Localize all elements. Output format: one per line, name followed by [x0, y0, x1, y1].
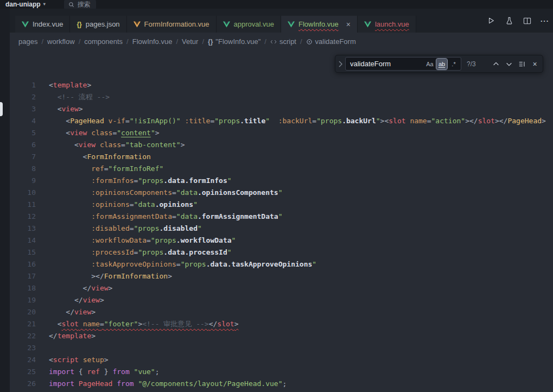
- code-line[interactable]: 17 ></FormInformation>: [10, 270, 553, 282]
- code-line[interactable]: 22</template>: [10, 330, 553, 342]
- code-token: :opinionsComponents: [91, 188, 172, 197]
- code-line-content[interactable]: :opinions="data.opinions": [49, 199, 198, 211]
- breadcrumb-item-script[interactable]: script: [270, 37, 296, 46]
- code-line-content[interactable]: ref="formInfoRef": [49, 163, 163, 175]
- code-line[interactable]: 15 :processId="props.data.processId": [10, 246, 553, 258]
- code-line-content[interactable]: </view>: [49, 282, 112, 294]
- find-results-count: ?/3: [467, 58, 481, 70]
- code-line-content[interactable]: <PageHead v-if="!isInApp()" :title="prop…: [49, 115, 546, 127]
- breadcrumb-item-validateform[interactable]: validateForm: [306, 37, 356, 46]
- code-line[interactable]: 21 <slot name="footer"><!-- 审批意见 --></sl…: [10, 318, 553, 330]
- code-line-content[interactable]: :opinionsComponents="data.opinionsCompon…: [49, 187, 283, 199]
- code-line-content[interactable]: :disabled="props.disabled": [49, 223, 202, 235]
- code-line-content[interactable]: <template>: [49, 79, 91, 91]
- code-line[interactable]: 8 ref="formInfoRef": [10, 163, 553, 175]
- whole-word-toggle[interactable]: ab: [436, 59, 447, 69]
- find-in-selection-button[interactable]: [516, 58, 527, 69]
- code-line[interactable]: 18 </view>: [10, 282, 553, 294]
- code-line[interactable]: 5 <view class="content">: [10, 127, 553, 139]
- find-input-box[interactable]: Aaab.*: [345, 57, 461, 71]
- tab-flowinfo-vue[interactable]: FlowInfo.vue×: [281, 16, 358, 33]
- find-input[interactable]: [350, 60, 423, 68]
- find-previous-button[interactable]: [490, 58, 501, 69]
- find-close-button[interactable]: ×: [529, 58, 541, 69]
- code-line[interactable]: 26import PageHead from "@/components/lay…: [10, 378, 553, 390]
- code-line-content[interactable]: <view>: [49, 103, 83, 115]
- breadcrumb-item-pages[interactable]: pages: [18, 37, 37, 46]
- code-line[interactable]: 10 :opinionsComponents="data.opinionsCom…: [10, 187, 553, 199]
- project-menu[interactable]: dan-uniapp ▾: [5, 1, 46, 8]
- split-editor-button[interactable]: [522, 16, 532, 26]
- code-line[interactable]: 1<template>: [10, 79, 553, 91]
- code-line[interactable]: 25import { ref } from "vue";: [10, 366, 553, 378]
- code-line-content[interactable]: </view>: [49, 294, 104, 306]
- code-line[interactable]: 24<script setup>: [10, 354, 553, 366]
- tab-index-vue[interactable]: Index.vue: [15, 16, 70, 33]
- breadcrumb-item-flowinfo-vue[interactable]: FlowInfo.vue: [132, 37, 173, 46]
- breadcrumb-item--flowinfo-vue-[interactable]: {}"FlowInfo.vue": [208, 37, 260, 46]
- editor-window: dan-uniapp ▾ 搜索 Index.vue{}pages.jsonFor…: [0, 0, 553, 392]
- code-line-content[interactable]: <FormInformation: [49, 151, 151, 163]
- tab-pages-json[interactable]: {}pages.json: [70, 16, 126, 33]
- code-token: "data: [134, 200, 155, 208]
- activity-bar[interactable]: [0, 9, 10, 392]
- code-token: >: [87, 81, 91, 89]
- code-line-content[interactable]: ></FormInformation>: [49, 270, 172, 282]
- code-token: template: [58, 332, 92, 340]
- code-token: PageHead: [70, 117, 104, 125]
- code-token: "formInfoRef": [109, 165, 164, 173]
- code-line[interactable]: 2 <!-- 流程 -->: [10, 91, 553, 103]
- breadcrumb-item-workflow[interactable]: workflow: [47, 37, 75, 46]
- code-line-content[interactable]: <view class="content">: [49, 127, 160, 139]
- code-line-content[interactable]: <view class="tab-content">: [49, 139, 185, 151]
- code-line[interactable]: 12 :formAssignmentData="data.formAssignm…: [10, 211, 553, 223]
- code-line[interactable]: 23: [10, 342, 553, 354]
- tab-approval-vue[interactable]: approval.vue: [217, 16, 281, 33]
- beaker-button[interactable]: [504, 16, 514, 26]
- code-line[interactable]: 7 <FormInformation: [10, 151, 553, 163]
- close-tab-icon[interactable]: ×: [346, 21, 351, 28]
- code-line-content[interactable]: :formAssignmentData="data.formAssignment…: [49, 211, 283, 223]
- code-token: ></: [465, 117, 478, 125]
- code-line[interactable]: 19 </view>: [10, 294, 553, 306]
- code-line[interactable]: 20 </view>: [10, 306, 553, 318]
- find-next-button[interactable]: [503, 58, 514, 69]
- run-button[interactable]: [486, 16, 496, 26]
- code-line-content[interactable]: </template>: [49, 330, 96, 342]
- breadcrumb-label: components: [84, 37, 123, 46]
- breadcrumb-item-components[interactable]: components: [84, 37, 123, 46]
- code-line[interactable]: 9 :formInfos="props.data.formInfos": [10, 175, 553, 187]
- tab-forminformation-vue[interactable]: FormInformation.vue: [127, 16, 217, 33]
- code-line-content[interactable]: :workflowData="props.workflowData": [49, 235, 236, 246]
- tab-launch-vue[interactable]: launch.vue: [358, 16, 416, 33]
- code-line-content[interactable]: </view>: [49, 306, 96, 318]
- editor[interactable]: Aaab.* ?/3 × 1<template>2 <!-- 流程 -->3 <…: [10, 50, 553, 392]
- code-token: :processId: [91, 248, 134, 256]
- code-line[interactable]: 14 :workflowData="props.workflowData": [10, 235, 553, 246]
- code-line-content[interactable]: import PageHead from "@/components/layou…: [49, 378, 287, 390]
- code-line[interactable]: 16 :taskApproveOpinions="props.data.task…: [10, 258, 553, 270]
- match-case-toggle[interactable]: Aa: [424, 59, 435, 69]
- code-line[interactable]: 3 <view>: [10, 103, 553, 115]
- more-actions-button[interactable]: ···: [540, 16, 550, 26]
- code-line-content[interactable]: :taskApproveOpinions="props.data.taskApp…: [49, 258, 316, 270]
- code-line[interactable]: 4 <PageHead v-if="!isInApp()" :title="pr…: [10, 115, 553, 127]
- regex-toggle[interactable]: .*: [448, 59, 459, 69]
- code-token: =: [176, 260, 181, 268]
- code-line[interactable]: 13 :disabled="props.disabled": [10, 223, 553, 235]
- code-line-content[interactable]: <script setup>: [49, 354, 109, 366]
- code-line-content[interactable]: import { ref } from "vue";: [49, 366, 160, 378]
- vue-icon: [364, 21, 371, 28]
- code-token: =: [147, 236, 151, 244]
- code-line-content[interactable]: <slot name="footer"><!-- 审批意见 --></slot>: [49, 318, 238, 330]
- code-line[interactable]: 6 <view class="tab-content">: [10, 139, 553, 151]
- global-search[interactable]: 搜索: [64, 0, 96, 10]
- code-line-content[interactable]: :processId="props.data.processId": [49, 246, 232, 258]
- code-line-content[interactable]: :formInfos="props.data.formInfos": [49, 175, 232, 187]
- code-token: .disabled: [160, 224, 198, 232]
- code-line-content[interactable]: <!-- 流程 -->: [49, 91, 110, 103]
- find-expand-chevron[interactable]: [335, 60, 345, 68]
- code-line[interactable]: 11 :opinions="data.opinions": [10, 199, 553, 211]
- line-number: 21: [10, 318, 36, 330]
- breadcrumb-item-vetur[interactable]: Vetur: [182, 37, 198, 46]
